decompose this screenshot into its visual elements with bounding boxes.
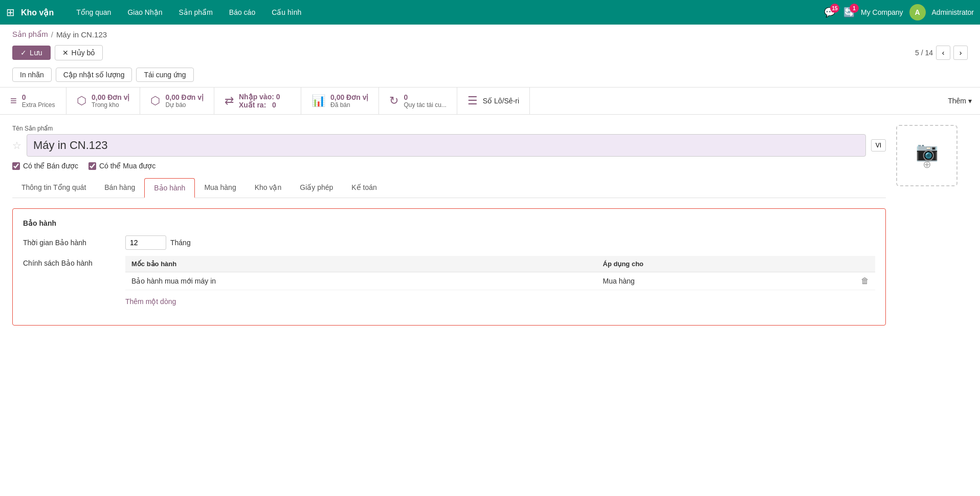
tab-ban-hang[interactable]: Bán hàng: [95, 178, 144, 198]
breadcrumb-separator: /: [51, 30, 53, 39]
top-navigation: ⊞ Kho vận Tổng quan Giao Nhận Sản phẩm B…: [0, 0, 980, 25]
notification-chat-button[interactable]: 💬 15: [824, 7, 835, 18]
stat-da-ban[interactable]: 📊 0,00 Đơn vị Đã bán: [301, 88, 379, 114]
product-name-label: Tên Sản phẩm: [12, 125, 886, 132]
top-menu: Tổng quan Giao Nhận Sản phẩm Báo cáo Cấu…: [68, 0, 309, 25]
forecast-icon: ⬡: [150, 94, 160, 107]
can-buy-label: Có thể Mua được: [99, 162, 155, 170]
stats-bar: ≡ 0 Extra Prices ⬡ 0,00 Đơn vị Trong kho…: [0, 87, 980, 115]
tab-bao-hanh[interactable]: Bảo hành: [144, 178, 195, 198]
warranty-section-title: Bảo hành: [23, 219, 875, 227]
prev-button[interactable]: ‹: [936, 46, 950, 60]
warranty-policy-content: Mốc bảo hành Áp dụng cho Bảo hành mua mớ…: [125, 256, 875, 309]
pagination-text: 5 / 14: [915, 49, 933, 57]
stat-du-bao[interactable]: ⬡ 0,00 Đơn vị Dự báo: [140, 88, 214, 114]
xuat-value: Xuất ra: 0: [239, 101, 280, 109]
tab-giay-phep[interactable]: Giấy phép: [291, 178, 342, 198]
avatar[interactable]: A: [909, 4, 926, 20]
breadcrumb: Sản phẩm / Máy in CN.123: [0, 25, 980, 42]
menu-giao-nhan[interactable]: Giao Nhận: [119, 0, 170, 25]
warranty-duration-input[interactable]: [125, 235, 166, 250]
stat-extra-prices[interactable]: ≡ 0 Extra Prices: [0, 88, 66, 114]
stat-quy-tac[interactable]: ↻ 0 Quy tác tái cu...: [379, 88, 457, 114]
tab-mua-hang[interactable]: Mua hàng: [195, 178, 245, 198]
stat-so-lo[interactable]: ☰ Số Lô/Sê-ri: [457, 88, 530, 114]
warranty-policy-row: Chính sách Bảo hành Mốc bảo hành Áp dụng…: [23, 256, 875, 309]
nhap-value: Nhập vào: 0: [239, 93, 280, 101]
image-upload-box[interactable]: 📷 ⊕: [896, 125, 957, 186]
warranty-duration-content: Tháng: [125, 235, 875, 250]
update-qty-button[interactable]: Cập nhật số lượng: [56, 68, 132, 82]
product-form: Tên Sản phẩm ☆ VI Có thể Bán được Có thể…: [0, 115, 980, 346]
extra-prices-value: 0: [22, 93, 55, 101]
activity-badge: 1: [850, 4, 859, 13]
them-label: Thêm: [948, 97, 966, 105]
reorder-button[interactable]: Tái cung ứng: [136, 68, 193, 82]
so-lo-value: Số Lô/Sê-ri: [483, 97, 519, 105]
list-icon: ≡: [10, 94, 17, 107]
x-icon: ✕: [62, 49, 69, 57]
language-button[interactable]: VI: [871, 139, 886, 152]
save-button[interactable]: ✓ Lưu: [12, 46, 51, 60]
add-line-button[interactable]: Thêm một dòng: [125, 294, 875, 309]
can-sell-label: Có thể Bán được: [23, 162, 78, 170]
policy-col1-header: Mốc bảo hành: [125, 256, 597, 272]
tab-thong-tin[interactable]: Thông tin Tổng quát: [12, 178, 95, 198]
checkmark-icon: ✓: [20, 49, 27, 57]
warehouse-icon: ⬡: [77, 94, 86, 107]
tabs-bar: Thông tin Tổng quát Bán hàng Bảo hành Mu…: [12, 178, 886, 198]
notification-activity-button[interactable]: 🔄 1: [843, 7, 855, 18]
du-bao-value: 0,00 Đơn vị: [165, 93, 203, 101]
can-buy-checkbox[interactable]: Có thể Mua được: [88, 162, 155, 170]
table-row: Bảo hành mua mới máy in Mua hàng 🗑: [125, 272, 875, 290]
secondary-action-bar: In nhãn Cập nhật số lượng Tái cung ứng: [0, 66, 980, 87]
policy-row-name: Bảo hành mua mới máy in: [125, 272, 597, 290]
trong-kho-value: 0,00 Đơn vị: [92, 93, 129, 101]
admin-name[interactable]: Administrator: [932, 8, 974, 16]
policy-col2-header: Áp dụng cho: [597, 256, 855, 272]
stat-nhap-xuat[interactable]: ⇄ Nhập vào: 0 Xuất ra: 0: [214, 88, 301, 114]
warranty-policy-label: Chính sách Bảo hành: [23, 256, 125, 267]
favorite-icon[interactable]: ☆: [12, 139, 21, 152]
du-bao-label: Dự báo: [165, 101, 203, 109]
product-name-input[interactable]: [27, 134, 866, 157]
company-name[interactable]: My Company: [861, 8, 903, 16]
delete-row-button[interactable]: 🗑: [861, 276, 869, 286]
quy-tac-label: Quy tác tái cu...: [404, 101, 446, 109]
grid-icon[interactable]: ⊞: [6, 6, 15, 18]
next-button[interactable]: ›: [953, 46, 968, 60]
transfer-icon: ⇄: [225, 94, 234, 107]
menu-tong-quan[interactable]: Tổng quan: [68, 0, 119, 25]
breadcrumb-current: Máy in CN.123: [56, 30, 107, 39]
warranty-section: Bảo hành Thời gian Bảo hành Tháng Chính …: [12, 208, 886, 326]
tab-ke-toan[interactable]: Kế toán: [342, 178, 386, 198]
policy-table: Mốc bảo hành Áp dụng cho Bảo hành mua mớ…: [125, 256, 875, 290]
menu-cau-hinh[interactable]: Cấu hình: [263, 0, 309, 25]
action-bar: ✓ Lưu ✕ Hủy bỏ 5 / 14 ‹ ›: [0, 42, 980, 66]
da-ban-label: Đã bán: [330, 101, 368, 109]
form-main: Tên Sản phẩm ☆ VI Có thể Bán được Có thể…: [12, 125, 886, 336]
product-name-row: ☆ VI: [12, 134, 886, 157]
stat-trong-kho[interactable]: ⬡ 0,00 Đơn vị Trong kho: [66, 88, 140, 114]
reorder-icon: ↻: [389, 94, 398, 107]
menu-bao-cao[interactable]: Báo cáo: [221, 0, 263, 25]
trong-kho-label: Trong kho: [92, 101, 129, 109]
print-label-button[interactable]: In nhãn: [12, 68, 52, 82]
menu-san-pham[interactable]: Sản phẩm: [171, 0, 221, 25]
warranty-unit: Tháng: [170, 239, 191, 247]
can-sell-checkbox[interactable]: Có thể Bán được: [12, 162, 78, 170]
policy-table-header: Mốc bảo hành Áp dụng cho: [125, 256, 875, 272]
avatar-letter: A: [915, 8, 920, 16]
brand-name[interactable]: Kho vận: [21, 8, 54, 17]
lot-icon: ☰: [467, 94, 478, 107]
da-ban-value: 0,00 Đơn vị: [330, 93, 368, 101]
breadcrumb-parent[interactable]: Sản phẩm: [12, 30, 48, 39]
quy-tac-value: 0: [404, 93, 446, 101]
discard-button[interactable]: ✕ Hủy bỏ: [55, 45, 103, 60]
policy-col-action-header: [855, 256, 875, 272]
checkboxes-row: Có thể Bán được Có thể Mua được: [12, 162, 886, 170]
tab-kho-van[interactable]: Kho vận: [246, 178, 291, 198]
chat-badge: 15: [830, 4, 839, 13]
stat-more-button[interactable]: Thêm ▾: [940, 88, 980, 114]
top-right: 💬 15 🔄 1 My Company A Administrator: [824, 4, 974, 20]
